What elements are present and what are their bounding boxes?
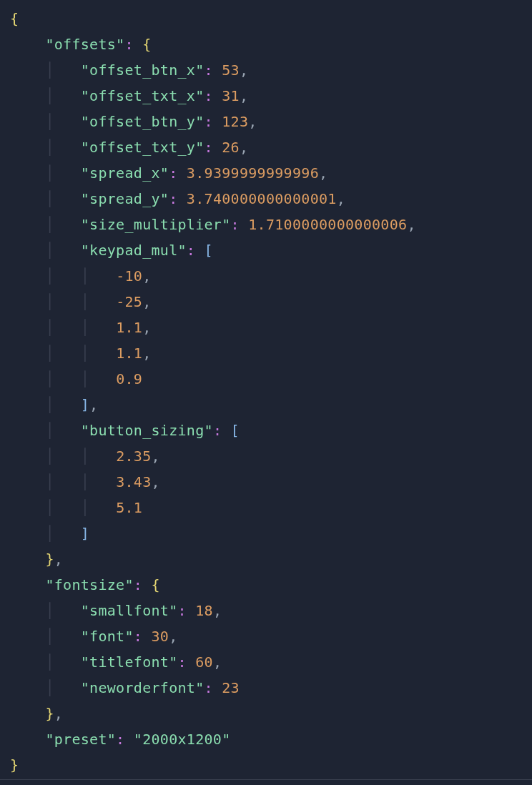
colon: : bbox=[169, 164, 177, 182]
comma: , bbox=[240, 87, 248, 104]
colon: : bbox=[205, 87, 213, 104]
colon: : bbox=[205, 139, 213, 156]
json-string: "2000x1200" bbox=[134, 731, 231, 748]
json-key: "font" bbox=[81, 628, 134, 645]
json-number: 60 bbox=[195, 653, 213, 671]
comma: , bbox=[407, 216, 415, 233]
colon: : bbox=[169, 190, 177, 207]
json-number: 2.35 bbox=[116, 448, 151, 465]
bracket-open: [ bbox=[205, 242, 213, 259]
brace-close: } bbox=[45, 551, 54, 568]
colon: : bbox=[205, 679, 213, 696]
brace-open: { bbox=[142, 36, 151, 53]
comma: , bbox=[152, 448, 160, 465]
json-number: 30 bbox=[151, 628, 169, 645]
colon: : bbox=[178, 602, 187, 619]
json-number: 3.9399999999996 bbox=[187, 164, 319, 182]
brace-open: { bbox=[10, 10, 19, 27]
comma: , bbox=[54, 705, 63, 722]
comma: , bbox=[142, 267, 151, 285]
comma: , bbox=[240, 61, 248, 79]
bracket-open: [ bbox=[231, 422, 240, 439]
json-number: -25 bbox=[116, 293, 142, 310]
json-number: -10 bbox=[116, 267, 142, 285]
json-number: 123 bbox=[222, 113, 248, 130]
json-number: 1.1 bbox=[116, 345, 142, 362]
comma: , bbox=[213, 602, 222, 619]
json-key: "spread_y" bbox=[81, 190, 169, 207]
comma: , bbox=[248, 113, 257, 130]
comma: , bbox=[89, 396, 98, 413]
json-key: "titlefont" bbox=[81, 653, 178, 671]
colon: : bbox=[205, 61, 213, 79]
json-key: "size_multiplier" bbox=[81, 216, 231, 233]
json-number: 18 bbox=[195, 602, 213, 619]
json-key: "smallfont" bbox=[81, 602, 178, 619]
json-key: "offsets" bbox=[45, 36, 124, 53]
brace-close: } bbox=[10, 756, 19, 774]
brace-close: } bbox=[45, 705, 54, 722]
colon: : bbox=[134, 576, 142, 593]
comma: , bbox=[142, 345, 151, 362]
json-number: 1.1 bbox=[116, 319, 142, 336]
comma: , bbox=[142, 293, 151, 310]
json-key: "offset_btn_x" bbox=[81, 61, 205, 79]
brace-open: { bbox=[151, 576, 159, 593]
comma: , bbox=[337, 190, 345, 207]
json-key: "spread_x" bbox=[81, 164, 169, 182]
json-key: "keypad_mul" bbox=[81, 242, 187, 259]
colon: : bbox=[124, 36, 133, 53]
json-number: 1.7100000000000006 bbox=[248, 216, 407, 233]
json-number: 0.9 bbox=[116, 370, 142, 387]
json-key: "fontsize" bbox=[45, 576, 133, 593]
colon: : bbox=[231, 216, 240, 233]
bracket-close: ] bbox=[81, 396, 89, 413]
colon: : bbox=[213, 422, 222, 439]
json-key: "offset_txt_x" bbox=[81, 87, 205, 104]
comma: , bbox=[142, 319, 151, 336]
comma: , bbox=[240, 139, 248, 156]
colon: : bbox=[205, 113, 213, 130]
json-number: 5.1 bbox=[116, 499, 142, 516]
comma: , bbox=[169, 628, 177, 645]
colon: : bbox=[116, 731, 124, 748]
comma: , bbox=[213, 653, 222, 671]
json-number: 3.43 bbox=[116, 473, 151, 490]
json-key: "button_sizing" bbox=[81, 422, 213, 439]
separator-line bbox=[0, 779, 532, 780]
colon: : bbox=[187, 242, 195, 259]
json-key: "offset_btn_y" bbox=[81, 113, 205, 130]
comma: , bbox=[319, 164, 327, 182]
json-number: 26 bbox=[222, 139, 240, 156]
bracket-close: ] bbox=[81, 525, 89, 542]
json-number: 23 bbox=[222, 679, 240, 696]
code-block[interactable]: { "offsets": { │ "offset_btn_x": 53, │ "… bbox=[0, 0, 532, 778]
json-number: 31 bbox=[222, 87, 240, 104]
json-key: "offset_txt_y" bbox=[81, 139, 205, 156]
json-key: "neworderfont" bbox=[81, 679, 205, 696]
colon: : bbox=[178, 653, 187, 671]
json-key: "preset" bbox=[45, 731, 116, 748]
comma: , bbox=[152, 473, 160, 490]
colon: : bbox=[134, 628, 142, 645]
json-number: 53 bbox=[222, 61, 240, 79]
comma: , bbox=[54, 551, 63, 568]
json-number: 3.740000000000001 bbox=[187, 190, 337, 207]
